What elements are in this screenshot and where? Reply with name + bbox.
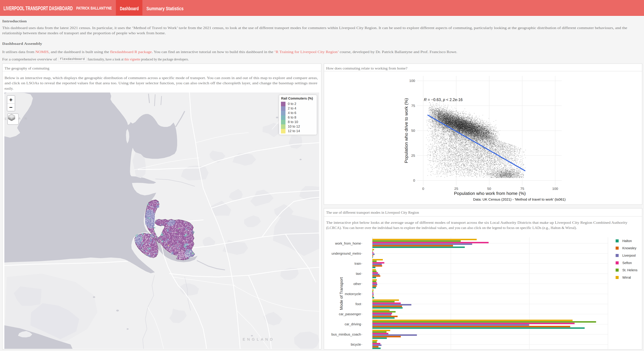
svg-text:bus_minibus_coach: bus_minibus_coach [331, 333, 361, 337]
svg-text:taxi: taxi [356, 272, 361, 276]
svg-text:ENGLAND: ENGLAND [243, 337, 274, 342]
svg-text:work_from_home: work_from_home [335, 242, 361, 245]
svg-text:Population who drive to work (: Population who drive to work (%) [404, 98, 409, 163]
svg-text:50: 50 [411, 129, 415, 132]
svg-text:75: 75 [411, 104, 415, 108]
svg-text:other: other [353, 282, 361, 286]
svg-text:underground_metro: underground_metro [332, 252, 361, 256]
svg-text:100: 100 [409, 79, 415, 83]
svg-text:R = −0.63, p < 2.2e-16: R = −0.63, p < 2.2e-16 [424, 97, 463, 102]
svg-text:Halton: Halton [622, 239, 632, 243]
svg-text:Data: UK Census (2021) - 'Meth: Data: UK Census (2021) - 'Method of trav… [473, 197, 566, 201]
svg-text:motorcycle: motorcycle [345, 292, 361, 296]
svg-text:75: 75 [520, 187, 524, 191]
svg-text:Knowsley: Knowsley [622, 246, 636, 250]
svg-text:A N: A N [18, 117, 28, 120]
svg-text:Liverpool: Liverpool [622, 254, 636, 257]
svg-text:Wirral: Wirral [622, 276, 631, 279]
svg-text:100: 100 [552, 187, 558, 191]
svg-text:bicycle: bicycle [351, 343, 361, 346]
svg-text:25: 25 [454, 187, 458, 191]
svg-text:50: 50 [487, 187, 491, 191]
svg-text:Sefton: Sefton [622, 261, 632, 265]
svg-text:St. Helens: St. Helens [622, 268, 638, 272]
svg-text:Population who work from home: Population who work from home (%) [454, 191, 526, 196]
svg-text:car_driving: car_driving [344, 322, 361, 326]
svg-text:car_passenger: car_passenger [339, 312, 361, 316]
svg-text:25: 25 [411, 154, 415, 157]
svg-text:0: 0 [422, 187, 424, 191]
svg-text:0: 0 [413, 178, 415, 182]
svg-text:foot: foot [356, 302, 361, 306]
svg-text:train: train [354, 262, 361, 265]
svg-text:Mode of Transport: Mode of Transport [339, 277, 344, 310]
